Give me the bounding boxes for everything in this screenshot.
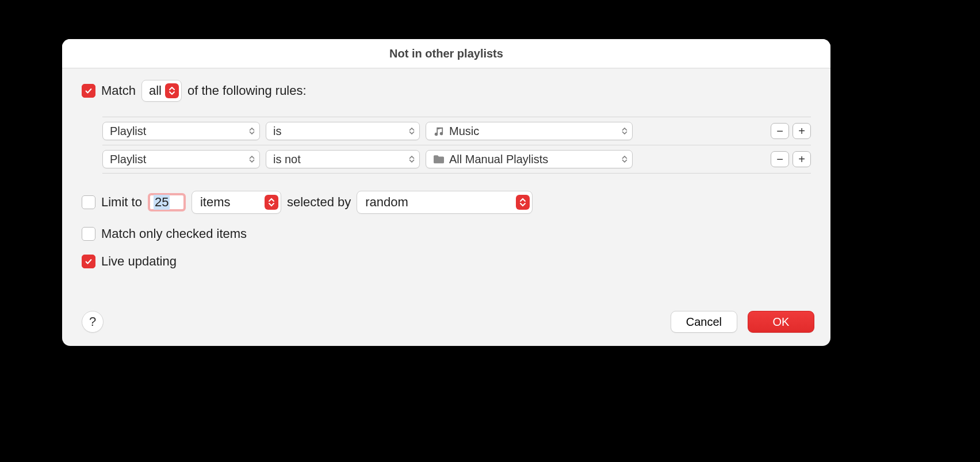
match-checked-label: Match only checked items <box>101 226 247 241</box>
remove-rule-button[interactable]: − <box>771 123 789 139</box>
match-row: Match all of the following rules: <box>82 80 811 102</box>
rules-list: Playlist is <box>102 117 811 174</box>
rule-field-popup[interactable]: Playlist <box>102 150 260 168</box>
match-prefix: Match <box>101 83 136 98</box>
match-suffix: of the following rules: <box>187 83 307 98</box>
limit-checkbox[interactable] <box>82 195 95 209</box>
rule-op-label: is <box>273 125 281 138</box>
music-note-icon <box>433 126 445 136</box>
limit-mode-label: random <box>365 195 408 210</box>
rule-value-popup[interactable]: Music <box>426 122 633 140</box>
smart-playlist-dialog: Not in other playlists Match all of the … <box>62 39 830 346</box>
stepper-icon <box>516 195 530 210</box>
match-quantifier-label: all <box>149 83 162 98</box>
rule-value-label: All Manual Playlists <box>449 153 548 166</box>
match-checkbox[interactable] <box>82 84 95 98</box>
rule-op-label: is not <box>273 153 301 166</box>
rule-field-label: Playlist <box>110 125 146 138</box>
live-updating-checkbox[interactable] <box>82 255 95 268</box>
dialog-title: Not in other playlists <box>62 39 830 68</box>
rule-field-label: Playlist <box>110 153 146 166</box>
folder-icon <box>433 154 445 164</box>
match-checked-checkbox[interactable] <box>82 227 95 241</box>
remove-rule-button[interactable]: − <box>771 151 789 167</box>
cancel-button[interactable]: Cancel <box>671 311 737 333</box>
ok-button[interactable]: OK <box>748 311 814 333</box>
rule-row: Playlist is not <box>102 145 811 174</box>
rule-op-popup[interactable]: is not <box>266 150 420 168</box>
updown-icon <box>409 156 415 163</box>
stepper-icon <box>165 83 179 98</box>
match-quantifier-popup[interactable]: all <box>141 80 182 102</box>
updown-icon <box>409 128 415 134</box>
updown-icon <box>249 156 255 163</box>
updown-icon <box>249 128 255 134</box>
selected-by-label: selected by <box>287 195 351 210</box>
add-rule-button[interactable]: + <box>793 123 811 139</box>
footer: ? Cancel OK <box>62 298 830 346</box>
limit-unit-label: items <box>200 195 231 210</box>
limit-count-value: 25 <box>154 195 170 210</box>
limit-label: Limit to <box>101 195 142 210</box>
limit-row: Limit to 25 items selected by random <box>82 191 811 214</box>
match-checked-row: Match only checked items <box>82 226 811 241</box>
updown-icon <box>622 156 627 163</box>
add-rule-button[interactable]: + <box>793 151 811 167</box>
rule-field-popup[interactable]: Playlist <box>102 122 260 140</box>
live-updating-label: Live updating <box>101 254 177 269</box>
rule-value-popup[interactable]: All Manual Playlists <box>426 150 633 168</box>
dialog-body: Match all of the following rules: Playli… <box>62 68 830 269</box>
help-button[interactable]: ? <box>82 311 104 333</box>
limit-count-field[interactable]: 25 <box>148 193 186 211</box>
stepper-icon <box>265 195 278 210</box>
rule-row: Playlist is <box>102 117 811 145</box>
rule-op-popup[interactable]: is <box>266 122 420 140</box>
rule-value-label: Music <box>449 125 479 138</box>
limit-unit-popup[interactable]: items <box>192 191 281 214</box>
limit-mode-popup[interactable]: random <box>357 191 533 214</box>
updown-icon <box>622 128 627 134</box>
live-updating-row: Live updating <box>82 254 811 269</box>
